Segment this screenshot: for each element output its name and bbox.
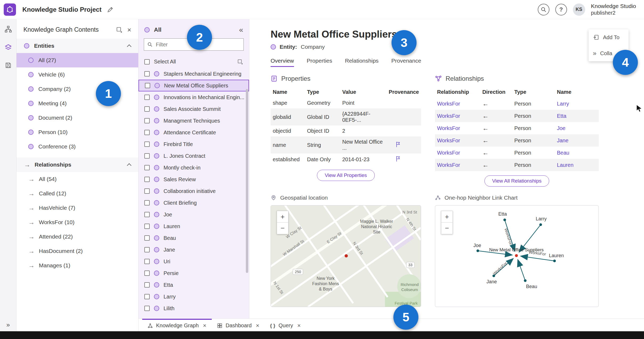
entities-section-header[interactable]: Entities xyxy=(17,39,138,53)
expand-rail-icon[interactable]: » xyxy=(0,321,16,329)
item-checkbox[interactable] xyxy=(144,142,150,147)
map[interactable]: + − N 3rd St N 4th St W Clay St E Clay S… xyxy=(271,205,421,307)
zoom-in-button[interactable]: + xyxy=(441,211,453,223)
avatar[interactable]: KS xyxy=(573,3,585,16)
collapse-panel-icon[interactable]: « xyxy=(239,26,243,34)
list-item[interactable]: L. Jones Contract xyxy=(138,150,249,162)
related-entity-link[interactable]: Etta xyxy=(557,113,566,119)
list-item[interactable]: Client Briefing xyxy=(138,197,249,209)
node-dot[interactable] xyxy=(539,223,542,226)
list-item[interactable]: Persie xyxy=(138,267,249,279)
relationship-filter-all[interactable]: → All (54) xyxy=(17,172,138,186)
list-item[interactable]: Collaboration initiative xyxy=(138,185,249,197)
layers-icon[interactable] xyxy=(5,44,12,52)
relationship-link[interactable]: WorksFor xyxy=(437,125,460,131)
item-checkbox[interactable] xyxy=(144,153,150,159)
entity-filter-document[interactable]: Document (2) xyxy=(17,111,138,125)
item-checkbox[interactable] xyxy=(144,224,150,229)
list-item[interactable]: Larry xyxy=(138,291,249,302)
relationship-link[interactable]: WorksFor xyxy=(437,101,460,107)
list-item[interactable]: Uri xyxy=(138,256,249,267)
item-checkbox[interactable] xyxy=(144,130,150,135)
item-checkbox[interactable] xyxy=(144,235,150,241)
item-checkbox[interactable] xyxy=(144,200,150,205)
item-checkbox[interactable] xyxy=(144,71,150,76)
list-item[interactable]: Beau xyxy=(138,232,249,244)
related-entity-link[interactable]: Jane xyxy=(557,138,568,143)
tab-knowledge-graph[interactable]: Knowledge Graph × xyxy=(142,319,212,331)
item-checkbox[interactable] xyxy=(144,282,150,288)
data-model-icon[interactable] xyxy=(5,26,12,34)
item-checkbox[interactable] xyxy=(144,271,150,276)
tab-dashboard[interactable]: Dashboard × xyxy=(212,319,265,331)
tab-provenance[interactable]: Provenance xyxy=(391,58,421,67)
item-checkbox[interactable] xyxy=(144,294,150,299)
help-button[interactable]: ? xyxy=(555,4,567,15)
list-item[interactable]: Lauren xyxy=(138,220,249,232)
menu-item-add-to[interactable]: Add To xyxy=(589,29,629,45)
view-all-relationships-button[interactable]: View All Relationships xyxy=(484,175,549,187)
select-all-checkbox[interactable] xyxy=(144,59,150,64)
relationship-link[interactable]: WorksFor xyxy=(437,138,460,143)
relationship-filter-hasdocument[interactable]: → HasDocument (2) xyxy=(17,244,138,258)
item-checkbox[interactable] xyxy=(144,259,150,264)
provenance-icon[interactable] xyxy=(395,156,401,162)
tab-relationships[interactable]: Relationships xyxy=(345,58,378,67)
item-checkbox[interactable] xyxy=(144,188,150,194)
relationships-section-header[interactable]: → Relationships xyxy=(17,158,138,172)
item-checkbox[interactable] xyxy=(144,212,150,217)
zoom-out-button[interactable]: − xyxy=(277,223,288,234)
relationship-link[interactable]: WorksFor xyxy=(437,150,460,156)
item-checkbox[interactable] xyxy=(144,177,150,182)
list-item[interactable]: Managment Techniques xyxy=(138,115,249,127)
item-checkbox[interactable] xyxy=(144,165,150,170)
relationship-filter-hasvehicle[interactable]: → HasVehicle (7) xyxy=(17,201,138,215)
account-info[interactable]: Knowledge Studio publisher2 xyxy=(591,3,636,16)
tab-query[interactable]: { } Query × xyxy=(265,319,306,331)
provenance-icon[interactable] xyxy=(395,142,401,147)
relationship-link[interactable]: WorksFor xyxy=(437,162,460,168)
relationship-filter-attended[interactable]: → Attended (22) xyxy=(17,229,138,244)
item-checkbox[interactable] xyxy=(144,118,150,123)
knowledge-studio-logo-icon[interactable] xyxy=(4,3,16,16)
item-checkbox[interactable] xyxy=(144,306,150,311)
zoom-in-button[interactable]: + xyxy=(277,211,288,223)
entity-location-marker[interactable] xyxy=(345,254,348,257)
node-dot[interactable] xyxy=(503,219,506,221)
search-button[interactable] xyxy=(538,4,549,15)
edit-title-icon[interactable] xyxy=(107,6,114,13)
list-item[interactable]: Firebird Title xyxy=(138,138,249,150)
list-item[interactable]: Attendance Certificate xyxy=(138,127,249,138)
zoom-out-button[interactable]: − xyxy=(441,223,453,234)
list-item[interactable]: Jane xyxy=(138,244,249,256)
related-entity-link[interactable]: Joe xyxy=(557,125,565,131)
close-panel-icon[interactable]: × xyxy=(127,26,131,33)
related-entity-link[interactable]: Beau xyxy=(557,150,569,156)
add-content-icon[interactable] xyxy=(116,27,123,33)
related-entity-link[interactable]: Lauren xyxy=(557,162,573,168)
list-item[interactable]: Montly check-in xyxy=(138,162,249,173)
list-item[interactable]: Sales Review xyxy=(138,173,249,185)
item-checkbox[interactable] xyxy=(145,83,150,88)
list-item[interactable]: Lilith xyxy=(138,302,249,314)
entity-filter-vehicle[interactable]: Vehicle (6) xyxy=(17,67,138,82)
view-all-properties-button[interactable]: View All Properties xyxy=(317,170,374,181)
node-dot[interactable] xyxy=(476,249,479,252)
node-dot[interactable] xyxy=(553,260,556,262)
tab-properties[interactable]: Properties xyxy=(307,58,332,67)
center-node-dot[interactable] xyxy=(515,254,518,257)
entity-filter-all[interactable]: All (27) xyxy=(17,53,138,67)
item-checkbox[interactable] xyxy=(144,247,150,252)
list-item[interactable]: Joe xyxy=(138,209,249,220)
list-item[interactable]: Etta xyxy=(138,279,249,291)
relationship-filter-worksfor[interactable]: → WorksFor (10) xyxy=(17,215,138,229)
close-tab-icon[interactable]: × xyxy=(256,322,259,329)
list-scrollbar[interactable] xyxy=(246,89,248,273)
entity-filter-meeting[interactable]: Meeting (4) xyxy=(17,96,138,111)
related-entity-link[interactable]: Larry xyxy=(557,101,569,107)
node-dot[interactable] xyxy=(524,279,527,282)
item-checkbox[interactable] xyxy=(144,106,150,112)
save-icon[interactable] xyxy=(5,62,12,70)
relationship-filter-manages[interactable]: → Manages (1) xyxy=(17,258,138,273)
tab-overview[interactable]: Overview xyxy=(271,58,294,67)
